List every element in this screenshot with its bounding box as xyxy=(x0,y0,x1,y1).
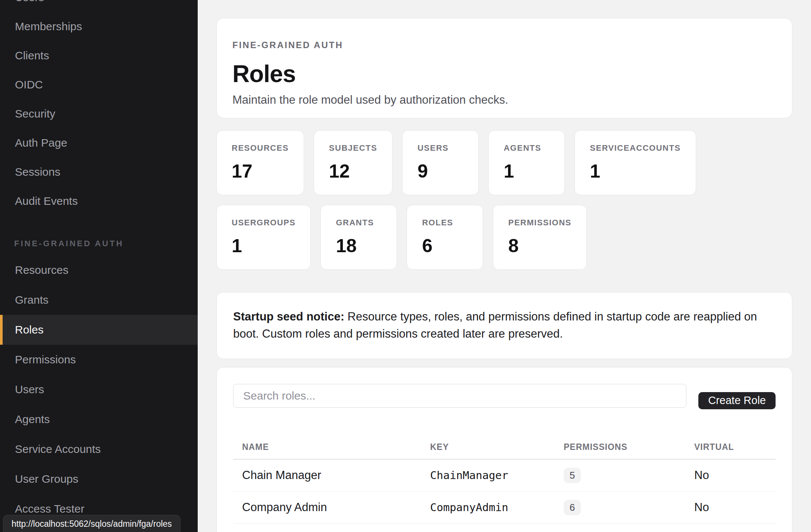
startup-seed-notice: Startup seed notice: Resource types, rol… xyxy=(216,292,792,359)
column-header-name: NAME xyxy=(233,437,430,459)
stat-value: 1 xyxy=(590,160,680,182)
role-key-cell: ChainManager xyxy=(430,459,564,492)
stat-value: 17 xyxy=(232,160,289,182)
roles-table: NAME KEY PERMISSIONS VIRTUAL Chain Manag… xyxy=(233,437,776,532)
table-row[interactable]: Company Admin CompanyAdmin 6 No xyxy=(233,491,776,523)
stat-label: GRANTS xyxy=(336,218,382,228)
role-virtual-cell: No xyxy=(694,491,776,523)
stats-row-2: USERGROUPS 1 GRANTS 18 ROLES 6 PERMISSIO… xyxy=(216,205,792,270)
role-permissions-cell: 5 xyxy=(564,459,694,492)
column-header-permissions: PERMISSIONS xyxy=(564,437,694,459)
sidebar-item[interactable]: Permissions xyxy=(0,345,198,375)
role-key-cell: org_admin xyxy=(430,523,564,532)
stat-label: PERMISSIONS xyxy=(508,218,571,228)
stat-label: ROLES xyxy=(422,218,468,228)
status-bar-url-tooltip: http://localhost:5062/sqlos/admin/fga/ro… xyxy=(3,515,181,532)
search-roles-input[interactable] xyxy=(233,384,686,408)
sidebar-item[interactable]: Sessions xyxy=(0,157,198,187)
stat-value: 18 xyxy=(336,235,382,257)
table-row[interactable]: Chain Manager ChainManager 5 No xyxy=(233,459,776,492)
stat-card: ROLES 6 xyxy=(407,205,483,270)
role-virtual-cell: No xyxy=(694,523,776,532)
stat-label: AGENTS xyxy=(504,143,549,153)
stat-card: SERVICEACCOUNTS 1 xyxy=(574,130,696,195)
stats-row-1: RESOURCES 17 SUBJECTS 12 USERS 9 AGENTS … xyxy=(216,130,792,195)
stat-value: 12 xyxy=(329,160,377,182)
header-eyebrow: FINE-GRAINED AUTH xyxy=(232,40,776,50)
stat-card: USERS 9 xyxy=(402,130,479,195)
stat-card: GRANTS 18 xyxy=(320,205,397,270)
sidebar-item[interactable]: OIDC xyxy=(0,70,198,99)
stat-value: 6 xyxy=(422,235,468,257)
sidebar-nav-fga: Resources Grants Roles Permissions Users… xyxy=(0,255,198,524)
stat-card: RESOURCES 17 xyxy=(216,130,304,195)
page-title: Roles xyxy=(232,62,776,87)
sidebar-item[interactable]: Roles xyxy=(0,315,198,345)
page-subtitle: Maintain the role model used by authoriz… xyxy=(232,92,776,108)
app-window: Users Memberships Clients OIDC Security … xyxy=(0,0,811,532)
role-name-cell: Organization Admin xyxy=(233,523,430,532)
stat-value: 9 xyxy=(417,160,463,182)
stat-label: SERVICEACCOUNTS xyxy=(590,143,680,153)
stat-value: 8 xyxy=(508,235,571,257)
stat-card: AGENTS 1 xyxy=(488,130,565,195)
create-role-button[interactable]: Create Role xyxy=(698,392,776,409)
stat-card: USERGROUPS 1 xyxy=(216,205,311,270)
table-row[interactable]: Organization Admin org_admin 2 No xyxy=(233,523,776,532)
stat-value: 1 xyxy=(504,160,549,182)
sidebar-item[interactable]: Clients xyxy=(0,41,198,70)
role-key-cell: CompanyAdmin xyxy=(430,491,564,523)
notice-bold-label: Startup seed notice: xyxy=(233,310,344,323)
stat-label: USERS xyxy=(417,143,463,153)
column-header-virtual: VIRTUAL xyxy=(694,437,776,459)
sidebar-item[interactable]: Security xyxy=(0,99,198,128)
role-name-cell: Company Admin xyxy=(233,491,430,523)
role-permissions-cell: 6 xyxy=(564,491,694,523)
sidebar-nav-main: Users Memberships Clients OIDC Security … xyxy=(0,0,198,216)
sidebar-section-label-fga: FINE-GRAINED AUTH xyxy=(0,239,198,248)
role-permissions-cell: 2 xyxy=(564,523,694,532)
stat-label: SUBJECTS xyxy=(329,143,377,153)
roles-panel: Create Role NAME KEY PERMISSIONS VIRTUAL xyxy=(216,367,792,532)
role-virtual-cell: No xyxy=(694,459,776,492)
sidebar-item[interactable]: Users xyxy=(0,0,198,12)
sidebar-item[interactable]: Resources xyxy=(0,255,198,285)
sidebar: Users Memberships Clients OIDC Security … xyxy=(0,0,198,532)
role-name-cell: Chain Manager xyxy=(233,459,430,492)
stat-card: SUBJECTS 12 xyxy=(314,130,392,195)
sidebar-item[interactable]: Grants xyxy=(0,285,198,315)
sidebar-item[interactable]: Memberships xyxy=(0,12,198,41)
main-content: FINE-GRAINED AUTH Roles Maintain the rol… xyxy=(198,0,811,532)
page-header-card: FINE-GRAINED AUTH Roles Maintain the rol… xyxy=(216,18,792,118)
roles-table-header-row: NAME KEY PERMISSIONS VIRTUAL xyxy=(233,437,776,459)
permissions-count-badge: 6 xyxy=(564,500,581,515)
permissions-count-badge: 5 xyxy=(564,468,581,483)
sidebar-item[interactable]: Auth Page xyxy=(0,128,198,157)
stat-value: 1 xyxy=(232,235,295,257)
sidebar-item[interactable]: Audit Events xyxy=(0,187,198,216)
column-header-key: KEY xyxy=(430,437,564,459)
sidebar-item[interactable]: Users xyxy=(0,375,198,404)
sidebar-item[interactable]: Agents xyxy=(0,404,198,434)
stat-card: PERMISSIONS 8 xyxy=(493,205,586,270)
sidebar-item[interactable]: User Groups xyxy=(0,464,198,494)
stat-label: USERGROUPS xyxy=(232,218,295,228)
sidebar-item[interactable]: Service Accounts xyxy=(0,434,198,464)
roles-toolbar: Create Role xyxy=(233,384,776,408)
stat-label: RESOURCES xyxy=(232,143,289,153)
